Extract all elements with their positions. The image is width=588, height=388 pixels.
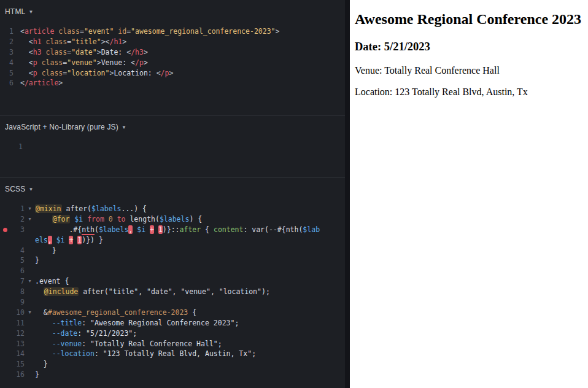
code-line[interactable]: 12 --date: "5/21/2023"; xyxy=(0,328,350,339)
code-token: /p xyxy=(135,58,144,67)
code-token: < xyxy=(131,58,135,67)
code-token: : "Awesome Regional Conference 2023"; xyxy=(82,319,239,327)
line-number: 1 xyxy=(0,26,14,37)
code-token: from xyxy=(87,215,104,223)
fold-gutter xyxy=(25,287,35,297)
line-number: 4 xyxy=(0,58,14,68)
code-line[interactable]: els, $i + 1)}) } xyxy=(0,235,350,246)
code-token: --date xyxy=(52,329,78,338)
code-text: <p class="location">Location: </p> xyxy=(14,68,173,79)
preview-date: Date: 5/21/2023 xyxy=(355,41,584,53)
scss-code-editor[interactable]: 1▼@mixin after($labels...) {2▼ @for $i f… xyxy=(0,204,350,380)
code-token: class xyxy=(46,37,68,46)
code-text: --venue: "Totally Real Conference Hall"; xyxy=(35,339,222,349)
chevron-down-icon: ▼ xyxy=(122,125,126,130)
code-token: "date" xyxy=(71,48,97,56)
code-token: "location" xyxy=(67,69,109,77)
scss-panel-header[interactable]: SCSS▼ xyxy=(0,177,350,194)
code-token: length( xyxy=(126,215,160,223)
code-token: --location xyxy=(52,349,95,358)
line-number: 3 xyxy=(0,47,14,58)
fold-arrow-icon[interactable]: ▼ xyxy=(25,204,35,214)
code-token: : "5/21/2023"; xyxy=(77,329,137,338)
fold-gutter xyxy=(25,328,35,339)
code-line[interactable]: 14 --location: "123 Totally Real Blvd, A… xyxy=(0,349,350,359)
code-line[interactable]: 4 } xyxy=(0,246,350,256)
fold-gutter xyxy=(25,235,35,246)
code-line[interactable]: 2▼ @for $i from 0 to length($labels) { xyxy=(0,214,350,225)
preview-venue: Venue: Totally Real Conference Hall xyxy=(355,65,584,76)
code-token: > xyxy=(276,27,280,36)
code-token: ) { xyxy=(189,215,202,223)
line-number: 4 xyxy=(0,246,25,256)
code-line[interactable]: 13 --venue: "Totally Real Conference Hal… xyxy=(0,339,350,349)
preview-location: Location: 123 Totally Real Blvd, Austin,… xyxy=(355,87,584,98)
js-panel-header[interactable]: JavaScript + No-Library (pure JS)▼ xyxy=(0,115,350,132)
line-number: 9 xyxy=(0,297,25,308)
code-token: , xyxy=(48,236,52,244)
code-token xyxy=(20,37,29,46)
code-line[interactable]: 5} xyxy=(0,255,350,266)
html-panel-header[interactable]: HTML▼ xyxy=(0,0,350,17)
line-number: 15 xyxy=(0,359,25,370)
line-number: 14 xyxy=(0,349,25,359)
code-token: + xyxy=(150,225,154,234)
line-number: 6 xyxy=(0,266,25,276)
code-token: < xyxy=(20,79,25,87)
code-token: > xyxy=(97,48,101,56)
code-text: } xyxy=(35,255,39,266)
fold-arrow-icon[interactable]: ▼ xyxy=(25,276,35,287)
fold-gutter xyxy=(25,370,35,380)
code-text: } xyxy=(35,359,48,370)
code-token: : "123 Totally Real Blvd, Austin, Tx"; xyxy=(95,349,256,358)
code-token: .event { xyxy=(35,277,69,285)
code-text: &#awesome_regional_conference-2023 { xyxy=(35,308,196,318)
code-token xyxy=(52,236,56,244)
code-token: after("title", "date", "venue", "locatio… xyxy=(79,287,270,296)
code-token: > xyxy=(144,48,148,56)
code-token: p xyxy=(33,69,37,77)
fold-arrow-icon[interactable]: ▼ xyxy=(25,308,35,318)
code-token: h3 xyxy=(33,48,42,56)
code-token: > xyxy=(169,69,173,77)
code-line[interactable]: 15 } xyxy=(0,359,350,370)
code-text: els, $i + 1)}) } xyxy=(35,235,103,246)
preview-title: Awesome Regional Conference 2023 xyxy=(355,11,584,28)
code-line[interactable]: 4 <p class="venue">Venue: </p> xyxy=(0,58,350,68)
code-line[interactable]: 6</article> xyxy=(0,78,350,88)
code-token xyxy=(145,225,150,234)
code-line[interactable]: 3 .#{nth($labels, $i + 1)}::after { cont… xyxy=(0,225,350,235)
code-token: nth xyxy=(82,225,95,235)
line-number: 5 xyxy=(0,255,25,266)
code-token: < xyxy=(29,58,33,67)
code-line[interactable]: 1▼@mixin after($labels...) { xyxy=(0,204,350,214)
code-token xyxy=(35,340,52,348)
html-code-editor[interactable]: 1<article class="event" id="awesome_regi… xyxy=(0,26,350,88)
code-line[interactable]: 16} xyxy=(0,370,350,380)
code-token: --title xyxy=(52,319,82,327)
code-line[interactable]: 7▼.event { xyxy=(0,276,350,287)
code-text: --location: "123 Totally Real Blvd, Aust… xyxy=(35,349,256,359)
code-line[interactable]: 9 xyxy=(0,297,350,308)
js-code-editor[interactable]: 1 xyxy=(0,142,350,152)
html-panel-title: HTML xyxy=(5,7,25,16)
fold-gutter xyxy=(25,349,35,359)
code-token: > xyxy=(97,58,101,67)
code-token: Location: xyxy=(114,69,156,77)
code-text: --title: "Awesome Regional Conference 20… xyxy=(35,318,239,328)
code-token: /h1 xyxy=(109,37,122,46)
code-line[interactable]: 5 <p class="location">Location: </p> xyxy=(0,68,350,79)
fold-gutter xyxy=(25,266,35,276)
code-line[interactable]: 8 @include after("title", "date", "venue… xyxy=(0,287,350,297)
code-line[interactable]: 10▼ &#awesome_regional_conference-2023 { xyxy=(0,308,350,318)
code-line[interactable]: 1<article class="event" id="awesome_regi… xyxy=(0,26,350,37)
code-line[interactable]: 6 xyxy=(0,266,350,276)
code-line[interactable]: 3 <h3 class="date">Date: </h3> xyxy=(0,47,350,58)
code-token xyxy=(113,215,117,223)
code-line[interactable]: 1 xyxy=(0,142,350,152)
scss-panel-title: SCSS xyxy=(5,185,25,193)
code-line[interactable]: 2 <h1 class="title"></h1> xyxy=(0,37,350,47)
fold-arrow-icon[interactable]: ▼ xyxy=(25,214,35,225)
code-token: )}:: xyxy=(163,225,180,234)
code-line[interactable]: 11 --title: "Awesome Regional Conference… xyxy=(0,318,350,328)
